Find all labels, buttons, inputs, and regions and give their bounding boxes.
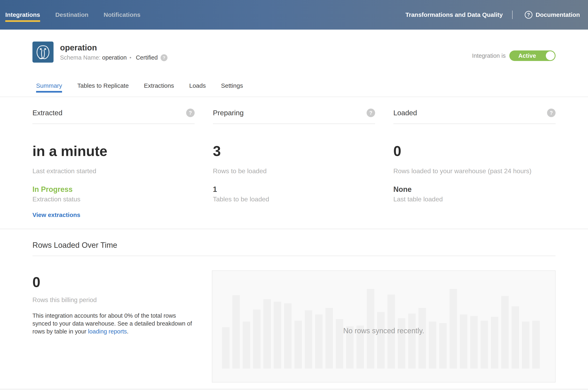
column-rule bbox=[32, 124, 195, 124]
preparing-heading: Preparing bbox=[213, 109, 244, 117]
description-period: . bbox=[127, 328, 129, 335]
rows-to-be-loaded-value: 3 bbox=[213, 143, 375, 159]
placeholder-bar bbox=[491, 317, 498, 369]
transformations-link[interactable]: Transformations and Data Quality bbox=[406, 11, 503, 18]
column-rule bbox=[213, 124, 375, 124]
documentation-link[interactable]: Documentation bbox=[536, 11, 580, 18]
placeholder-bar bbox=[284, 303, 292, 369]
certified-label: Certified bbox=[136, 54, 158, 61]
placeholder-bar bbox=[243, 321, 250, 369]
rows-loaded-chart-panel: No rows synced recently. bbox=[212, 271, 556, 383]
bottom-section-divider bbox=[0, 389, 588, 390]
stat-column-preparing: Preparing ? 3 Rows to be loaded 1 Tables… bbox=[213, 108, 375, 219]
extracted-primary-label: Last extraction started bbox=[32, 167, 195, 175]
placeholder-bar bbox=[232, 295, 240, 369]
rows-loaded-section: Rows Loaded Over Time 0 Rows this billin… bbox=[0, 229, 588, 383]
placeholder-bar bbox=[398, 318, 405, 369]
last-table-loaded-label: Last table loaded bbox=[393, 195, 556, 203]
tab-summary[interactable]: Summary bbox=[36, 75, 62, 97]
tab-bar: Summary Tables to Replicate Extractions … bbox=[0, 75, 588, 97]
rows-loaded-value: 0 bbox=[393, 143, 556, 159]
billing-summary-block: 0 Rows this billing period This integrat… bbox=[32, 271, 194, 383]
placeholder-bar bbox=[512, 306, 519, 369]
placeholder-bar bbox=[315, 314, 323, 369]
placeholder-bar bbox=[274, 302, 281, 369]
placeholder-bar bbox=[336, 319, 343, 369]
extracted-help-icon[interactable]: ? bbox=[186, 108, 195, 117]
stat-column-extracted: Extracted ? in a minute Last extraction … bbox=[32, 108, 195, 219]
integration-active-toggle[interactable]: Active bbox=[509, 50, 556, 61]
dot-separator: • bbox=[130, 55, 131, 61]
certified-help-icon[interactable]: ? bbox=[160, 54, 167, 61]
title-block: operation Schema Name: operation • Certi… bbox=[60, 43, 167, 61]
preparing-help-icon[interactable]: ? bbox=[367, 108, 375, 117]
nav-item-destination[interactable]: Destination bbox=[55, 0, 88, 30]
tab-extractions[interactable]: Extractions bbox=[144, 75, 174, 97]
toggle-knob[interactable] bbox=[546, 51, 555, 60]
postgresql-logo-icon bbox=[32, 42, 53, 63]
placeholder-bar bbox=[429, 321, 436, 369]
placeholder-bar bbox=[470, 316, 478, 369]
page-title: operation bbox=[60, 43, 167, 52]
placeholder-bar bbox=[294, 321, 302, 369]
placeholder-bar bbox=[501, 296, 509, 369]
nav-item-notifications[interactable]: Notifications bbox=[104, 0, 141, 30]
tab-tables-to-replicate[interactable]: Tables to Replicate bbox=[77, 75, 129, 97]
help-question-icon[interactable]: ? bbox=[525, 11, 532, 19]
placeholder-bar bbox=[522, 321, 529, 369]
toggle-state-label: Active bbox=[509, 50, 545, 61]
rows-loaded-heading: Rows Loaded Over Time bbox=[32, 240, 556, 250]
loaded-help-icon[interactable]: ? bbox=[547, 108, 556, 117]
schema-label: Schema Name: bbox=[60, 54, 101, 61]
tab-settings[interactable]: Settings bbox=[221, 75, 243, 97]
placeholder-bar bbox=[480, 321, 488, 369]
rows-billing-value: 0 bbox=[32, 275, 194, 290]
section-rule bbox=[32, 256, 556, 256]
stats-section: Extracted ? in a minute Last extraction … bbox=[0, 97, 588, 229]
placeholder-bar bbox=[263, 299, 271, 369]
placeholder-bar bbox=[377, 312, 385, 369]
top-nav: Integrations Destination Notifications T… bbox=[0, 0, 588, 30]
view-extractions-link[interactable]: View extractions bbox=[32, 211, 80, 219]
rows-loaded-label: Rows loaded to your warehouse (past 24 h… bbox=[393, 167, 556, 175]
loaded-heading: Loaded bbox=[393, 109, 417, 117]
placeholder-bar bbox=[419, 308, 426, 369]
rows-to-be-loaded-label: Rows to be loaded bbox=[213, 167, 375, 175]
column-rule bbox=[393, 124, 556, 124]
billing-description: This integration accounts for about 0% o… bbox=[32, 312, 194, 335]
placeholder-bar bbox=[408, 314, 416, 369]
placeholder-bar bbox=[532, 321, 540, 369]
placeholder-bar bbox=[305, 310, 312, 369]
extraction-status-value: In Progress bbox=[32, 185, 195, 194]
nav-right-group: Transformations and Data Quality ? Docum… bbox=[406, 10, 580, 19]
loading-reports-link[interactable]: loading reports bbox=[88, 328, 127, 335]
nav-item-integrations[interactable]: Integrations bbox=[5, 0, 40, 30]
nav-divider bbox=[512, 10, 513, 19]
tab-loads[interactable]: Loads bbox=[189, 75, 206, 97]
placeholder-bar bbox=[222, 327, 230, 369]
chart-empty-message: No rows synced recently. bbox=[343, 327, 424, 335]
placeholder-bar bbox=[460, 314, 467, 369]
toggle-prefix-label: Integration is bbox=[472, 52, 506, 59]
placeholder-bar bbox=[439, 323, 447, 369]
schema-value: operation bbox=[102, 54, 127, 61]
integration-header: operation Schema Name: operation • Certi… bbox=[0, 30, 588, 75]
integration-toggle-group: Integration is Active bbox=[472, 50, 556, 61]
extracted-primary-value: in a minute bbox=[32, 143, 195, 159]
nav-left-group: Integrations Destination Notifications bbox=[5, 0, 156, 30]
tables-to-be-loaded-value: 1 bbox=[213, 185, 375, 194]
schema-subtitle: Schema Name: operation • Certified ? bbox=[60, 54, 167, 61]
extraction-status-label: Extraction status bbox=[32, 195, 195, 203]
placeholder-bar bbox=[325, 308, 333, 369]
rows-billing-label: Rows this billing period bbox=[32, 296, 194, 304]
placeholder-bar bbox=[253, 309, 261, 369]
tables-to-be-loaded-label: Tables to be loaded bbox=[213, 195, 375, 203]
extracted-heading: Extracted bbox=[32, 109, 62, 117]
stat-column-loaded: Loaded ? 0 Rows loaded to your warehouse… bbox=[393, 108, 556, 219]
last-table-loaded-value: None bbox=[393, 185, 556, 194]
placeholder-bar bbox=[449, 289, 457, 369]
